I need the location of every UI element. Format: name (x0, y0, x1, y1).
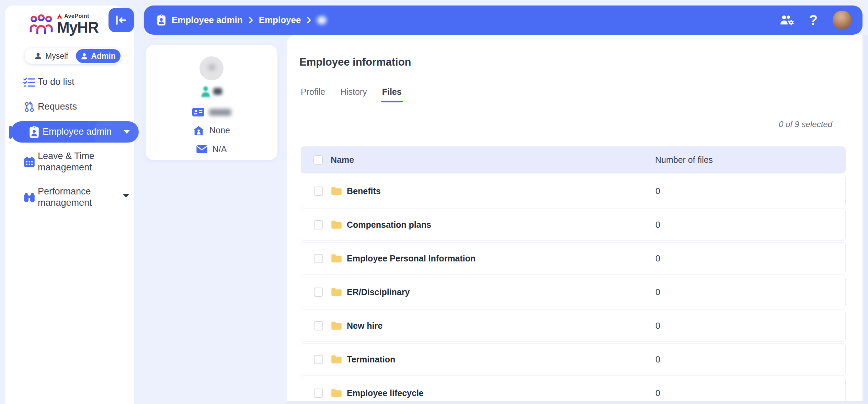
file-count: 0 (655, 388, 660, 398)
sidebar-item-performance[interactable]: Performance management (5, 185, 134, 209)
folder-icon (331, 187, 342, 195)
toggle-myself[interactable]: Myself (25, 52, 76, 61)
employee-name-redacted (201, 85, 222, 98)
tab-profile[interactable]: Profile (301, 87, 325, 102)
calendar-icon (21, 156, 37, 168)
chevron-right-icon (307, 16, 311, 24)
sidebar-item-employee-admin[interactable]: Employee admin (11, 121, 139, 143)
page-title: Employee information (299, 56, 411, 68)
row-checkbox[interactable] (314, 355, 323, 364)
select-all-checkbox[interactable] (313, 155, 323, 165)
folder-name: Benefits (347, 186, 381, 196)
employee-badge-icon (26, 126, 42, 138)
folder-icon (331, 389, 342, 397)
row-checkbox[interactable] (314, 288, 323, 297)
table-row[interactable]: Employee lifecycle 0 (301, 377, 846, 404)
chevron-down-icon[interactable] (123, 194, 129, 198)
sidebar-item-requests[interactable]: Requests (5, 97, 134, 117)
breadcrumb-employee[interactable]: Employee (259, 15, 301, 25)
checklist-icon (21, 77, 37, 88)
vertical-scrollbar[interactable] (863, 35, 868, 404)
toggle-myself-label: Myself (45, 52, 68, 61)
file-count: 0 (655, 321, 660, 331)
employee-badge-icon (157, 14, 166, 26)
employee-id-row (192, 108, 231, 116)
tab-history[interactable]: History (340, 87, 367, 102)
help-button[interactable]: ? (809, 12, 818, 28)
employee-workplace-row: None (193, 125, 230, 135)
folder-name: Employee Personal Information (347, 254, 476, 263)
tab-files[interactable]: Files (382, 87, 402, 102)
employee-avatar (199, 56, 224, 80)
breadcrumb-current-redacted (317, 16, 327, 24)
table-row[interactable]: New hire 0 (301, 310, 846, 342)
active-item-indicator (9, 126, 12, 139)
table-row[interactable]: Compensation plans 0 (301, 209, 846, 241)
file-count: 0 (655, 355, 660, 364)
row-checkbox[interactable] (314, 389, 323, 398)
sidebar-item-label: Requests (38, 101, 117, 112)
file-count: 0 (655, 254, 660, 263)
count-column-header: Number of files (655, 155, 713, 165)
sidebar-item-leave-time[interactable]: Leave & Time management (5, 150, 134, 174)
folder-icon (331, 254, 342, 263)
row-checkbox[interactable] (314, 187, 323, 196)
status-person-icon (201, 86, 210, 97)
toggle-admin[interactable]: Admin (76, 49, 121, 63)
id-card-icon (192, 108, 204, 116)
chevron-down-icon[interactable] (124, 130, 130, 134)
selection-status: 0 of 9 selected (301, 120, 846, 129)
table-row[interactable]: ER/Disciplinary 0 (301, 276, 846, 308)
folder-name: ER/Disciplinary (347, 287, 410, 297)
people-logo-icon (30, 13, 53, 35)
folder-icon (331, 355, 342, 364)
product-name: MyHR (57, 20, 99, 35)
person-icon (34, 52, 42, 60)
person-icon (81, 53, 88, 60)
table-row[interactable]: Employee Personal Information 0 (301, 242, 846, 274)
file-count: 0 (655, 220, 660, 230)
table-row[interactable]: Termination 0 (301, 343, 846, 375)
toggle-admin-label: Admin (91, 52, 116, 61)
house-icon (193, 126, 204, 135)
employee-profile-card: None N/A (146, 45, 277, 160)
sidebar-item-label: Performance management (38, 186, 117, 209)
folder-icon (331, 288, 342, 296)
file-count: 0 (655, 287, 660, 297)
main-content: Employee information Profile History Fil… (287, 35, 863, 404)
folder-icon (331, 220, 342, 229)
row-checkbox[interactable] (314, 220, 323, 229)
folder-name: New hire (347, 321, 382, 331)
files-table: Name Number of files Benefits 0 Compensa… (301, 146, 846, 404)
breadcrumb: Employee admin Employee (144, 14, 327, 26)
tab-bar: Profile History Files (301, 87, 402, 102)
avepoint-mark-icon (57, 14, 62, 19)
email-value: N/A (213, 144, 227, 154)
row-checkbox[interactable] (314, 321, 323, 330)
app-logo: AvePoint MyHR (30, 13, 99, 35)
employee-email-row: N/A (196, 144, 227, 154)
table-header-row: Name Number of files (301, 146, 846, 173)
sidebar: AvePoint MyHR Myself Admin To do li (5, 5, 134, 404)
sidebar-item-todo-list[interactable]: To do list (5, 72, 134, 92)
row-checkbox[interactable] (314, 254, 323, 263)
collapse-arrow-icon (115, 14, 127, 26)
envelope-icon (196, 145, 207, 153)
breadcrumb-employee-admin[interactable]: Employee admin (172, 15, 243, 25)
folder-name: Termination (347, 355, 395, 364)
sidebar-item-label: To do list (38, 76, 117, 88)
brand-name: AvePoint (64, 13, 89, 19)
chevron-right-icon (249, 16, 253, 24)
user-avatar[interactable] (833, 11, 852, 30)
horizontal-scrollbar[interactable] (287, 401, 863, 404)
table-row[interactable]: Benefits 0 (301, 175, 846, 207)
folder-name: Employee lifecycle (347, 388, 424, 398)
top-bar: Employee admin Employee ? (144, 5, 863, 35)
sidebar-collapse-button[interactable] (108, 8, 134, 32)
workplace-value: None (209, 125, 230, 135)
folder-icon (331, 321, 342, 330)
role-toggle: Myself Admin (25, 48, 122, 64)
users-settings-icon[interactable] (780, 14, 794, 26)
sidebar-item-label: Employee admin (43, 126, 122, 137)
name-column-header: Name (331, 155, 354, 165)
